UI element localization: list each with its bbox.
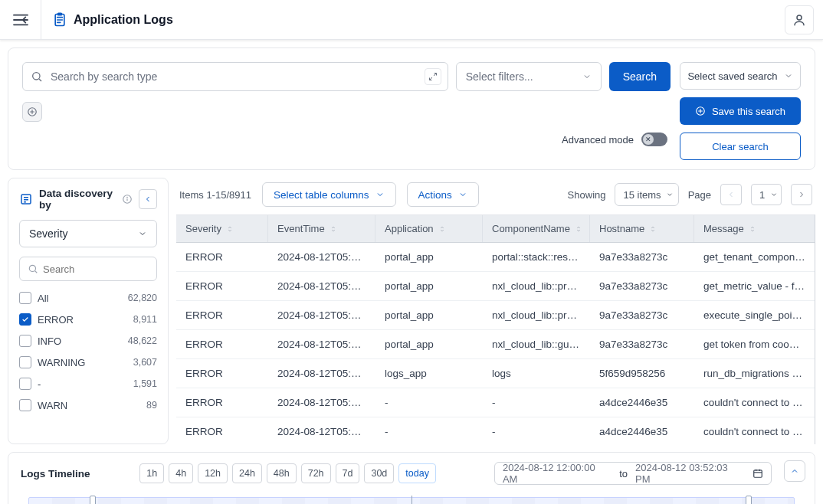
table-header-row: SeverityEventTimeApplicationComponentNam… (176, 215, 815, 243)
range-button[interactable]: 72h (301, 463, 331, 483)
column-header[interactable]: ComponentName (483, 215, 590, 242)
table-row[interactable]: ERROR2024-08-12T05:49:12.8…portal_appnxl… (176, 330, 815, 359)
date-range-picker[interactable]: 2024-08-12 12:00:00 AM to 2024-08-12 03:… (494, 462, 772, 485)
table-cell: get_metric_value - f… (694, 272, 815, 300)
add-condition-button[interactable] (22, 102, 42, 122)
table-cell: 2024-08-12T05:49:12.8… (268, 330, 375, 358)
chevron-down-icon (666, 191, 674, 198)
table-row[interactable]: ERROR2024-08-12T05:46:39.2…--a4dce2446e3… (176, 388, 815, 417)
range-button[interactable]: 7d (336, 463, 360, 483)
facet-search-input[interactable] (43, 263, 149, 275)
brush-handle-left[interactable] (90, 496, 96, 504)
expand-search-button[interactable] (425, 68, 441, 85)
checkbox[interactable] (19, 356, 31, 368)
svg-point-25 (127, 197, 128, 198)
facet-row[interactable]: WARNING3,607 (19, 356, 157, 368)
filters-select[interactable]: Select filters... (456, 62, 602, 91)
search-icon (31, 70, 43, 83)
column-header[interactable]: Hostname (590, 215, 694, 242)
timeline-brush[interactable] (21, 494, 802, 504)
collapse-timeline-button[interactable] (784, 460, 805, 482)
range-button[interactable]: 30d (364, 463, 394, 483)
range-button[interactable]: 48h (267, 463, 297, 483)
checkbox[interactable] (19, 399, 31, 411)
date-to: 2024-08-12 03:52:03 PM (635, 462, 745, 485)
page-number-select[interactable]: 1 (751, 184, 782, 205)
table-cell: a4dce2446e35 (590, 388, 694, 417)
facet-row[interactable]: -1,591 (19, 378, 157, 390)
next-page-button[interactable] (791, 184, 812, 205)
search-button[interactable]: Search (609, 62, 671, 91)
facet-label: ERROR (38, 314, 127, 326)
table-row[interactable]: ERROR2024-08-12T05:56:12.7…portal_apppor… (176, 243, 815, 272)
checkbox[interactable] (19, 313, 31, 326)
search-input-container[interactable] (22, 62, 448, 91)
table-cell: logs (483, 359, 590, 388)
column-header[interactable]: EventTime (268, 215, 375, 242)
table-row[interactable]: ERROR2024-08-12T05:56:12.7…portal_appnxl… (176, 301, 815, 330)
chevron-down-icon (458, 190, 467, 199)
chevron-down-icon (770, 191, 778, 198)
table-cell: get_tenant_compon… (694, 243, 815, 271)
advanced-mode-toggle[interactable]: ✕ (641, 133, 667, 146)
save-search-button[interactable]: Save this search (680, 97, 801, 125)
info-icon[interactable] (122, 194, 133, 205)
sort-icon (575, 224, 582, 234)
table-cell: nxl_cloud_lib::promethe… (483, 301, 590, 329)
column-header[interactable]: Severity (176, 215, 268, 242)
checkbox[interactable] (19, 292, 31, 304)
topbar: Application Logs (0, 0, 823, 40)
page-size-select[interactable]: 15 items (615, 183, 678, 206)
facet-row[interactable]: WARN89 (19, 399, 157, 411)
search-icon (28, 263, 38, 274)
table-cell: ERROR (176, 388, 268, 417)
column-header[interactable]: Message (694, 215, 815, 242)
table-row[interactable]: ERROR2024-08-12T05:56:12.7…portal_appnxl… (176, 272, 815, 301)
column-header[interactable]: Application (375, 215, 483, 242)
actions-button[interactable]: Actions (407, 182, 479, 207)
chevron-down-icon (784, 71, 793, 80)
clear-search-button[interactable]: Clear search (680, 133, 801, 160)
select-saved-search-button[interactable]: Select saved search (680, 62, 801, 90)
result-summary: Items 1-15/8911 (179, 189, 251, 201)
checkbox[interactable] (19, 335, 31, 347)
filters-placeholder: Select filters... (466, 70, 533, 83)
table-row[interactable]: ERROR2024-08-12T05:46:41.3…logs_applogs5… (176, 359, 815, 388)
group-by-select[interactable]: Severity (19, 220, 157, 247)
table-cell: portal_app (375, 330, 483, 358)
table-body: ERROR2024-08-12T05:56:12.7…portal_apppor… (176, 243, 815, 444)
select-columns-button[interactable]: Select table columns (262, 182, 396, 207)
svg-point-26 (29, 265, 35, 271)
data-discovery-panel: Data discovery by Severity All62,820ERRO… (8, 178, 169, 444)
nav-toggle-button[interactable] (0, 0, 41, 40)
search-input[interactable] (51, 70, 420, 83)
collapse-discovery-button[interactable] (139, 189, 157, 209)
svg-point-9 (33, 73, 40, 80)
advanced-mode-label: Advanced mode (562, 134, 634, 146)
facet-row[interactable]: ERROR8,911 (19, 313, 157, 326)
table-cell: 9a7e33a8273c (590, 330, 694, 358)
table-row[interactable]: ERROR2024-08-12T05:46:39.2…--a4dce2446e3… (176, 417, 815, 444)
table-cell: run_db_migrations -… (694, 359, 815, 388)
prev-page-button[interactable] (720, 184, 742, 205)
sort-icon (649, 224, 657, 234)
range-button[interactable]: 4h (169, 463, 193, 483)
range-button[interactable]: today (398, 463, 436, 483)
table-cell: couldn't connect to … (694, 417, 815, 444)
range-button[interactable]: 12h (198, 463, 228, 483)
facet-search[interactable] (19, 257, 157, 281)
checkbox[interactable] (19, 378, 31, 390)
range-button[interactable]: 24h (232, 463, 262, 483)
chevron-down-icon (138, 229, 147, 238)
table-cell: 2024-08-12T05:56:12.7… (268, 243, 375, 271)
table-cell: ERROR (176, 243, 268, 271)
table-cell: - (483, 388, 590, 417)
range-button[interactable]: 1h (139, 463, 164, 483)
facet-row[interactable]: INFO48,622 (19, 335, 157, 347)
profile-button[interactable] (785, 5, 814, 34)
table-cell: execute_single_poi… (694, 301, 815, 329)
brush-handle-right[interactable] (746, 496, 752, 504)
table-cell: ERROR (176, 417, 268, 444)
facet-row[interactable]: All62,820 (19, 292, 157, 304)
facet-count: 3,607 (133, 357, 157, 368)
